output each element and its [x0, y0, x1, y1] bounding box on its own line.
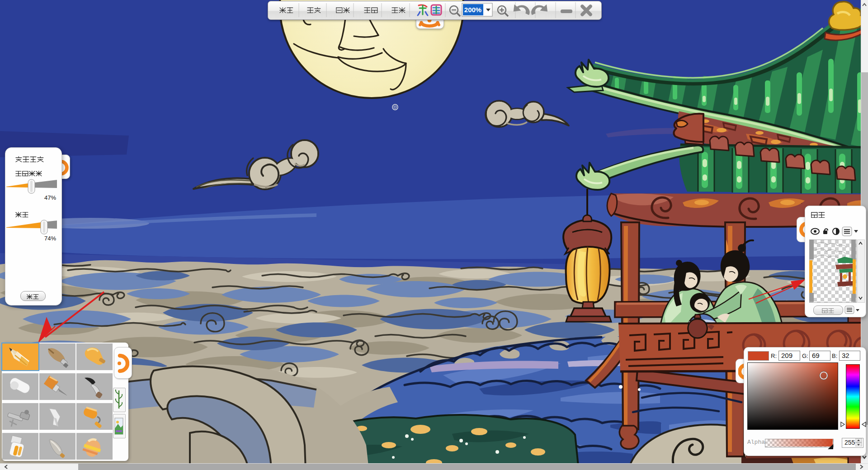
svg-text:200%: 200% [464, 6, 481, 14]
